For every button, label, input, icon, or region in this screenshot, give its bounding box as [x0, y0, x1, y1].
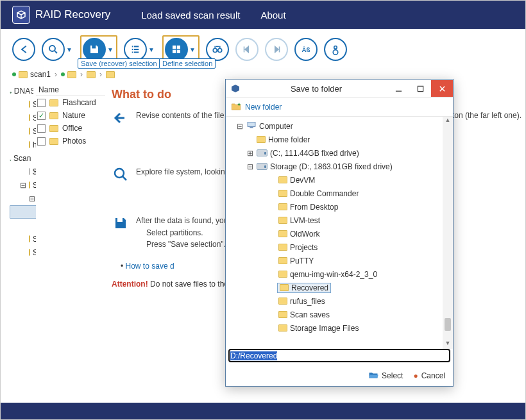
dot-icon: [61, 72, 65, 76]
dialog-title: Save to folder: [245, 84, 387, 94]
tree-label: rufus_files: [290, 297, 325, 306]
nav-load-saved[interactable]: Load saved scan result: [141, 10, 240, 21]
help-link[interactable]: How to save d: [126, 262, 174, 271]
tree-item-pictures[interactable]: ⊞Pictures: [10, 205, 36, 219]
folder-icon: [278, 324, 287, 332]
item-label: Flashcard: [62, 98, 96, 107]
tree-item[interactable]: SystemLogs: [10, 246, 36, 259]
folder-icon: [29, 101, 30, 108]
tree-item[interactable]: System: [10, 232, 36, 246]
checkbox[interactable]: [37, 124, 46, 133]
tree-folder[interactable]: ·qemu-img-win-x64-2_3_0: [228, 267, 441, 281]
tree-folder[interactable]: ·LVM-test: [228, 214, 441, 227]
search-icon: [112, 167, 130, 182]
tree-folder[interactable]: ·PuTTY: [228, 254, 441, 267]
select-button[interactable]: Select: [368, 371, 403, 381]
svg-point-12: [115, 169, 124, 178]
folder-icon: [278, 311, 287, 318]
tree-item[interactable]: ⊟Shared: [10, 192, 36, 205]
search-button[interactable]: [42, 38, 65, 61]
define-button[interactable]: [165, 38, 188, 61]
tree-item[interactable]: SystemLogs: [10, 124, 36, 138]
tree-folder[interactable]: ·DevVM: [228, 173, 441, 187]
svg-point-5: [213, 49, 217, 53]
list-item[interactable]: Nature: [36, 109, 105, 122]
save-button[interactable]: [83, 38, 106, 61]
list-item[interactable]: Flashcard: [36, 96, 105, 109]
person-button[interactable]: [324, 38, 347, 61]
folder-icon: [278, 230, 287, 237]
svg-point-8: [334, 46, 337, 49]
expand-icon[interactable]: ⊞: [246, 149, 254, 158]
save-tooltip: Save (recover) selection: [78, 58, 160, 69]
collapse-icon[interactable]: ⊟: [246, 162, 254, 171]
dialog-titlebar[interactable]: Save to folder: [226, 80, 453, 97]
svg-text:Âß: Âß: [302, 46, 310, 53]
folder-icon: [278, 217, 287, 224]
binoculars-button[interactable]: [206, 38, 229, 61]
tree-d-drive[interactable]: ⊟Storage (D:, 1863.01GB fixed drive): [228, 160, 441, 173]
dialog-vertical-scrollbar[interactable]: ▲ ▼: [443, 117, 453, 349]
define-dropdown[interactable]: ▼: [188, 46, 197, 53]
tree-folder[interactable]: ·Double Commander: [228, 187, 441, 200]
nav-next-button[interactable]: [265, 38, 288, 61]
search-dropdown[interactable]: ▼: [65, 46, 74, 53]
tree-label: Home folder: [268, 135, 310, 144]
checkbox[interactable]: [37, 137, 46, 146]
tree-label: Projects: [290, 243, 318, 252]
save-icon: [112, 215, 130, 231]
close-button[interactable]: [431, 80, 453, 97]
tree-label: (C:, 111.44GB fixed drive): [270, 149, 359, 158]
case-button[interactable]: Âß: [294, 38, 318, 61]
tree-folder[interactable]: ·From Desktop: [228, 200, 441, 214]
tree-folder[interactable]: ·Scan saves: [228, 308, 441, 321]
scroll-up-icon[interactable]: ▲: [445, 117, 451, 126]
folder-icon: [19, 71, 28, 78]
nav-about[interactable]: About: [260, 10, 285, 21]
tree-label: Scan saves: [290, 310, 330, 319]
tree-folder[interactable]: ·rufus_files: [228, 294, 441, 308]
tree-item[interactable]: ⊟Shares: [10, 178, 36, 192]
disk-icon: [257, 149, 267, 156]
item-label: Office: [62, 124, 82, 133]
tree-folder[interactable]: ·Recovered: [228, 281, 441, 294]
tree-home-folder[interactable]: ·Home folder: [228, 133, 441, 146]
checkbox[interactable]: [37, 99, 46, 107]
save-dropdown[interactable]: ▼: [106, 46, 115, 53]
tree-item[interactable]: Videos: [10, 219, 36, 232]
new-folder-button[interactable]: New folder: [231, 102, 282, 113]
folder-icon: [257, 136, 266, 143]
bc-label[interactable]: scan1: [30, 70, 51, 79]
tree-item[interactable]: System: [10, 111, 36, 124]
list-dropdown[interactable]: ▼: [147, 46, 156, 53]
path-input[interactable]: [228, 349, 450, 362]
tree-item[interactable]: $LostFiles: [10, 165, 36, 178]
scroll-down-icon[interactable]: ▼: [445, 340, 451, 349]
folder-icon: [67, 71, 76, 78]
minimize-button[interactable]: [387, 80, 409, 97]
tree-folder[interactable]: ·Projects: [228, 240, 441, 254]
tree-folder[interactable]: ·OldWork: [228, 227, 441, 240]
maximize-button[interactable]: [409, 80, 431, 97]
list-button[interactable]: [124, 38, 147, 61]
tree-computer[interactable]: ⊟Computer: [228, 119, 441, 133]
cancel-button[interactable]: ●Cancel: [413, 371, 445, 380]
tree-item[interactable]: home: [10, 138, 36, 151]
collapse-icon[interactable]: ⊟: [20, 181, 26, 190]
collapse-icon[interactable]: ⊟: [236, 122, 244, 131]
tree-drive-dnas[interactable]: DNAS (Ext2/3/4 file system): [10, 84, 36, 97]
back-button[interactable]: [12, 38, 35, 61]
tree-drive-scan[interactable]: Scan result (Ext2/3/4 file system; 24.78…: [10, 151, 36, 165]
list-item[interactable]: Office: [36, 122, 105, 135]
tree-item[interactable]: Shares: [10, 97, 36, 111]
list-header-name[interactable]: Name: [36, 84, 105, 96]
nav-prev-button[interactable]: [235, 38, 259, 61]
tree-folder[interactable]: ·Storage Image Files: [228, 321, 441, 335]
collapse-icon[interactable]: ⊟: [29, 194, 35, 203]
select-label: Select: [382, 371, 403, 380]
tree-c-drive[interactable]: ⊞(C:, 111.44GB fixed drive): [228, 146, 441, 160]
list-item[interactable]: Photos: [36, 135, 105, 147]
checkbox[interactable]: [37, 112, 46, 120]
folder-icon: [278, 298, 287, 305]
svg-rect-4: [177, 50, 180, 53]
